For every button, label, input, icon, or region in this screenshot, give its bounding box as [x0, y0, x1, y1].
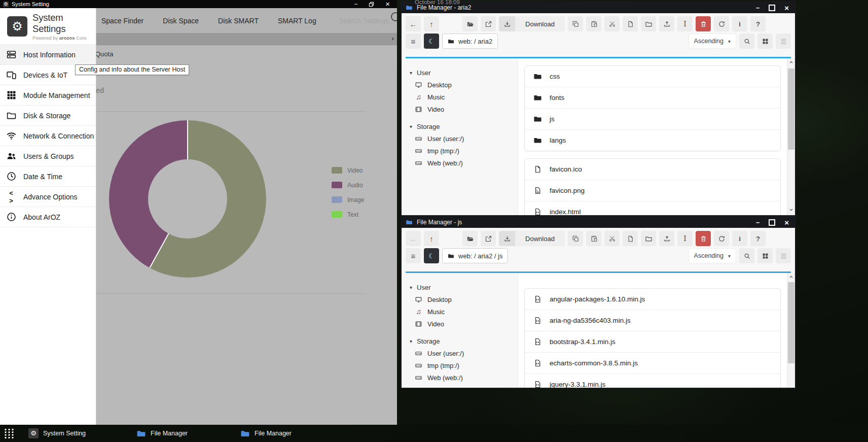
file-row-angular[interactable]: angular-packages-1.6.10.min.js	[525, 289, 780, 310]
file-row-index-html[interactable]: index.html	[525, 201, 780, 215]
list-view-button[interactable]	[776, 33, 791, 49]
paste-button[interactable]	[586, 231, 601, 246]
sort-order-dropdown[interactable]: Ascending ▾	[689, 33, 736, 49]
refresh-button[interactable]	[714, 231, 729, 246]
legend-item-text[interactable]: Text	[332, 211, 364, 218]
settings-search-icon[interactable]	[391, 12, 397, 21]
tab-smart-log[interactable]: SMART Log	[278, 17, 316, 25]
tree-item-video[interactable]: Video	[410, 103, 518, 115]
tree-item-desktop[interactable]: Desktop	[410, 79, 518, 91]
sidebar-item-host-information[interactable]: Host Information	[0, 45, 96, 65]
scroll-down-button[interactable]	[787, 206, 795, 213]
menu-button[interactable]: ≡	[406, 33, 421, 49]
tab-space-finder[interactable]: Space Finder	[101, 17, 143, 25]
breadcrumb[interactable]: web: / aria2 / js	[442, 248, 508, 263]
upload-button[interactable]	[659, 231, 674, 246]
new-file-button[interactable]	[623, 231, 638, 246]
tree-item-music[interactable]: ♫Music	[410, 91, 518, 103]
fm1-titlebar[interactable]: File Manager - aria2 − ×	[402, 2, 795, 13]
restore-button[interactable]	[369, 2, 374, 7]
open-in-new-window-button[interactable]	[481, 231, 496, 246]
fm2-scrollbar[interactable]	[787, 273, 795, 388]
tree-item-desktop[interactable]: Desktop	[410, 293, 518, 305]
storage-donut-chart[interactable]	[109, 120, 266, 278]
copy-button[interactable]	[568, 16, 583, 31]
tree-item-tmp-drive[interactable]: tmp (tmp:/)	[410, 145, 518, 157]
list-view-button[interactable]	[776, 248, 791, 263]
sidebar-item-date-time[interactable]: Date & Time	[0, 166, 96, 187]
back-button[interactable]: ←	[406, 231, 421, 246]
taskbar-item-file-manager-1[interactable]: File Manager	[136, 429, 188, 438]
new-file-button[interactable]	[623, 16, 638, 31]
file-row-fonts[interactable]: fonts	[525, 87, 780, 108]
search-button[interactable]	[739, 248, 754, 263]
legend-item-audio[interactable]: Audio	[332, 182, 364, 188]
delete-button[interactable]	[696, 231, 711, 246]
help-button[interactable]: ?	[750, 16, 766, 31]
scroll-up-button[interactable]	[787, 273, 795, 280]
breadcrumb[interactable]: web: / aria2	[442, 33, 498, 49]
copy-button[interactable]	[568, 231, 583, 246]
close-button[interactable]: ×	[784, 4, 789, 12]
download-button[interactable]: Download	[499, 231, 565, 246]
theme-toggle-button[interactable]: ☾	[424, 33, 439, 49]
tree-group-user[interactable]: ▾User	[410, 281, 518, 293]
new-folder-button[interactable]	[641, 16, 656, 31]
rename-button[interactable]: I	[677, 231, 693, 246]
app-launcher-button[interactable]	[3, 427, 15, 439]
file-row-favicon-ico[interactable]: favicon.ico	[525, 159, 780, 180]
tab-disk-space[interactable]: Disk Space	[163, 17, 199, 25]
file-row-favicon-png[interactable]: favicon.png	[525, 180, 780, 201]
file-row-echarts[interactable]: echarts-common-3.8.5.min.js	[525, 352, 780, 373]
open-button[interactable]	[462, 16, 478, 31]
sidebar-item-about-aroz[interactable]: About ArOZ	[0, 207, 96, 227]
tab-disk-smart[interactable]: Disk SMART	[218, 17, 259, 25]
sidebar-item-disk-storage[interactable]: Disk & Storage	[0, 106, 96, 126]
cut-button[interactable]	[604, 231, 620, 246]
fm2-titlebar[interactable]: File Manager - js − ×	[402, 217, 795, 228]
sidebar-item-module-management[interactable]: Module Management	[0, 85, 96, 106]
open-in-new-window-button[interactable]	[481, 16, 496, 31]
delete-button[interactable]	[696, 16, 711, 31]
sidebar-item-advance-options[interactable]: < > Advance Options	[0, 187, 96, 207]
maximize-button[interactable]	[769, 5, 775, 11]
grid-view-button[interactable]	[757, 33, 773, 49]
file-row-aria-ng[interactable]: aria-ng-da5356c403.min.js	[525, 310, 780, 331]
scrollbar-thumb[interactable]	[788, 282, 794, 363]
rename-button[interactable]: I	[677, 16, 693, 31]
download-button[interactable]: Download	[499, 16, 565, 31]
file-row-jquery[interactable]: jquery-3.3.1.min.js	[525, 373, 780, 388]
taskbar-item-system-setting[interactable]: ⚙ System Setting	[28, 428, 86, 438]
taskbar-item-file-manager-2[interactable]: File Manager	[240, 429, 292, 438]
search-button[interactable]	[739, 33, 754, 49]
tab-scroll-right-icon[interactable]: ›	[392, 35, 394, 42]
sidebar-item-users-groups[interactable]: Users & Groups	[0, 146, 96, 166]
tree-item-tmp-drive[interactable]: tmp (tmp:/)	[410, 359, 518, 371]
new-folder-button[interactable]	[641, 231, 656, 246]
refresh-button[interactable]	[714, 16, 729, 31]
tree-item-music[interactable]: ♫Music	[410, 305, 518, 318]
settings-search-input[interactable]	[338, 16, 397, 25]
sort-order-dropdown[interactable]: Ascending ▾	[689, 248, 736, 263]
scroll-up-button[interactable]	[787, 58, 795, 65]
maximize-button[interactable]	[769, 219, 775, 226]
file-row-bootstrap[interactable]: bootstrap-3.4.1.min.js	[525, 331, 780, 352]
fm1-scrollbar[interactable]	[787, 58, 795, 215]
properties-button[interactable]: i	[732, 16, 747, 31]
minimize-button[interactable]: −	[756, 219, 760, 226]
minimize-button[interactable]: −	[756, 4, 760, 12]
tree-item-video[interactable]: Video	[410, 318, 518, 330]
back-button[interactable]: ←	[406, 16, 421, 31]
tree-group-storage[interactable]: ▾Storage	[410, 120, 518, 132]
sidebar-item-network-connection[interactable]: Network & Connection	[0, 126, 96, 146]
tree-item-web-drive[interactable]: Web (web:/)	[410, 371, 518, 384]
open-button[interactable]	[462, 231, 478, 246]
close-button[interactable]: ×	[784, 218, 789, 227]
file-row-langs[interactable]: langs	[525, 129, 780, 151]
settings-titlebar[interactable]: ⚙ System Setting − ×	[0, 0, 397, 8]
tree-item-user-drive[interactable]: User (user:/)	[410, 347, 518, 359]
legend-item-image[interactable]: Image	[332, 196, 364, 203]
cut-button[interactable]	[604, 16, 620, 31]
theme-toggle-button[interactable]: ☾	[424, 248, 439, 263]
file-row-js[interactable]: js	[525, 108, 780, 129]
